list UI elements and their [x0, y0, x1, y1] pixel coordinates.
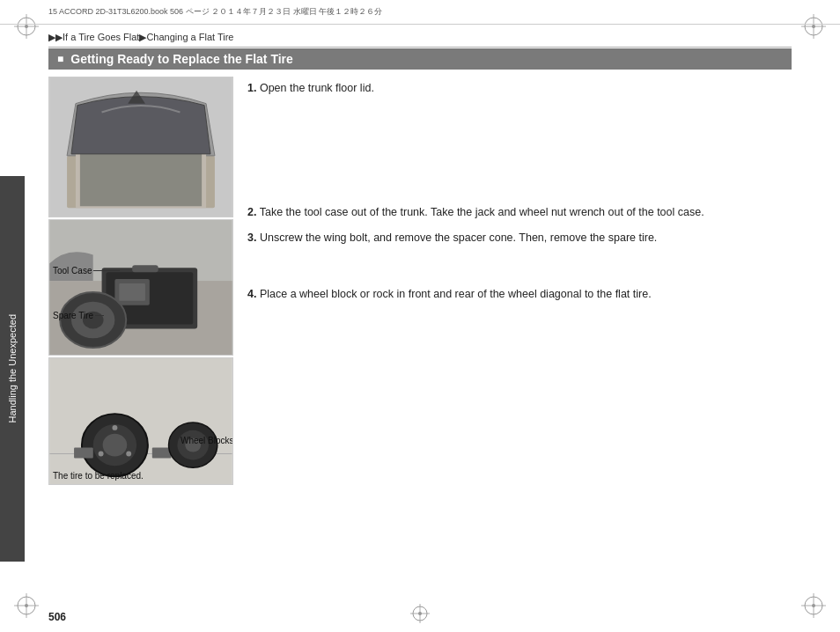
- step-3-text: Unscrew the wing bolt, and remove the sp…: [260, 231, 657, 244]
- reg-mark-bl: [14, 593, 39, 618]
- reg-mark-bc: [410, 604, 430, 623]
- page-number: 506: [48, 611, 66, 623]
- tire-label: The tire to be replaced.: [53, 471, 144, 481]
- text-column: 1. Open the trunk floor lid. 2. Take the…: [247, 77, 792, 487]
- top-bar: 15 ACCORD 2D-31T3L6200.book 506 ページ ２０１４…: [0, 0, 840, 25]
- svg-point-34: [112, 425, 117, 430]
- file-info: 15 ACCORD 2D-31T3L6200.book 506 ページ ２０１４…: [48, 6, 382, 18]
- svg-rect-23: [132, 265, 158, 272]
- step-2-num: 2.: [247, 206, 256, 218]
- spare-tire-label: Spare Tire: [53, 311, 93, 320]
- step-1-text: Open the trunk floor lid.: [260, 82, 374, 94]
- images-column: Tool Case Spare Tire: [48, 77, 233, 487]
- step-2-text: Take the tool case out of the trunk. Tak…: [260, 206, 704, 218]
- step-1: 1. Open the trunk floor lid.: [247, 80, 792, 97]
- wheel-blocks-image: Wheel Blocks The tire to be replaced.: [48, 357, 233, 485]
- svg-point-35: [126, 452, 131, 457]
- reg-mark-br: [801, 593, 826, 618]
- toolcase-image: Tool Case Spare Tire: [48, 219, 233, 356]
- step-1-num: 1.: [247, 82, 256, 94]
- svg-rect-37: [74, 448, 93, 459]
- breadcrumb: ▶▶If a Tire Goes Flat▶Changing a Flat Ti…: [48, 32, 792, 48]
- section-heading: Getting Ready to Replace the Flat Tire: [48, 48, 792, 70]
- trunk-image: [48, 77, 233, 217]
- step-4: 4. Place a wheel block or rock in front …: [247, 286, 792, 303]
- sidebar-text: Handling the Unexpected: [7, 314, 18, 423]
- sidebar-label: Handling the Unexpected: [0, 176, 25, 562]
- main-content: Getting Ready to Replace the Flat Tire: [48, 48, 792, 597]
- svg-rect-25: [119, 283, 145, 301]
- svg-point-33: [103, 434, 128, 457]
- step-4-num: 4.: [247, 288, 256, 300]
- tool-case-callout: Tool Case: [53, 266, 120, 276]
- tool-case-label: Tool Case: [53, 266, 92, 276]
- step-4-text: Place a wheel block or rock in front and…: [260, 288, 652, 300]
- wheel-blocks-callout: Wheel Blocks: [181, 436, 229, 446]
- spare-tire-callout: Spare Tire: [53, 311, 104, 320]
- content-layout: Tool Case Spare Tire: [48, 77, 792, 487]
- svg-point-36: [99, 452, 104, 457]
- wheel-blocks-label: Wheel Blocks: [181, 436, 229, 446]
- section-title: Getting Ready to Replace the Flat Tire: [70, 52, 293, 66]
- step-2: 2. Take the tool case out of the trunk. …: [247, 204, 792, 221]
- step-3: 3. Unscrew the wing bolt, and remove the…: [247, 230, 792, 246]
- step-3-num: 3.: [247, 231, 256, 244]
